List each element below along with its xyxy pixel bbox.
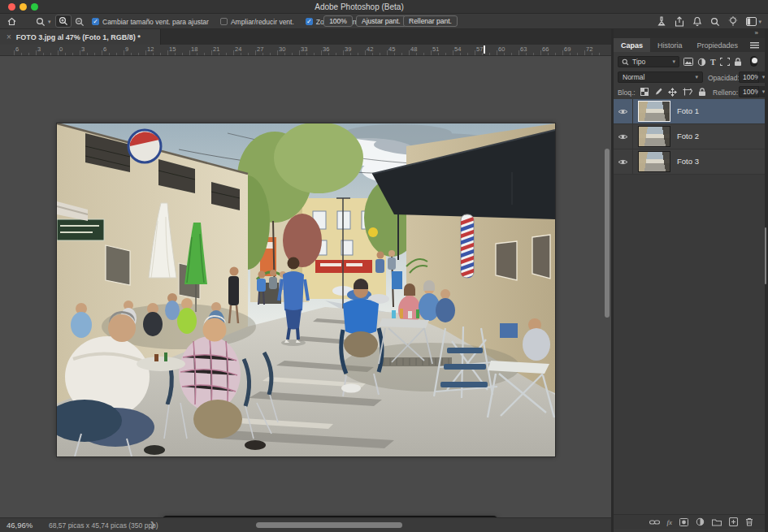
layer-thumbnail[interactable] (638, 151, 670, 172)
fill-value[interactable]: 100% (739, 86, 760, 97)
layer-name[interactable]: Foto 2 (677, 132, 699, 141)
blend-mode-dropdown[interactable]: Normal ▾ (618, 71, 703, 83)
ruler-label: 36 (323, 45, 329, 53)
layer-name[interactable]: Foto 1 (677, 106, 699, 115)
layer-row[interactable]: Foto 3 (614, 149, 765, 175)
layer-style-fx-icon[interactable]: fx (667, 518, 673, 526)
layer-row[interactable]: Foto 2 (614, 124, 765, 149)
tab-propiedades[interactable]: Propiedades (690, 38, 746, 52)
filter-type-text-icon[interactable]: T (710, 58, 716, 67)
ruler-label: 24 (235, 45, 241, 53)
ruler-label: 54 (454, 45, 461, 53)
panel-dock-header: » (614, 29, 765, 38)
horizontal-ruler[interactable]: 6303691215182124273033363942454851545760… (0, 45, 611, 56)
new-group-folder-icon[interactable] (712, 518, 722, 526)
chevron-down-icon: ▾ (48, 19, 51, 25)
close-window-button[interactable] (8, 3, 15, 11)
zoom-window-button[interactable] (31, 3, 38, 11)
ruler-label: 3 (37, 45, 41, 53)
minimize-window-button[interactable] (20, 3, 27, 11)
layer-thumbnail[interactable] (638, 101, 670, 122)
search-icon (622, 58, 629, 66)
ruler-label: 21 (213, 45, 219, 53)
add-mask-icon[interactable] (679, 518, 688, 526)
document-tab-strip: × FOTO 3.jpg al 47% (Foto 1, RGB/8) * (0, 29, 611, 45)
ruler-label: 66 (542, 45, 549, 53)
ruler-label: 57 (476, 45, 483, 53)
lock-all-icon[interactable] (698, 88, 706, 97)
delete-layer-trash-icon[interactable] (745, 517, 753, 526)
beta-flask-icon[interactable] (657, 16, 666, 27)
link-layers-icon[interactable] (649, 519, 660, 526)
lock-transparency-icon[interactable] (640, 88, 649, 96)
lock-position-icon[interactable] (668, 88, 677, 97)
ruler-label: 30 (279, 45, 285, 53)
notifications-bell-icon[interactable] (692, 16, 702, 27)
workspace-switcher[interactable]: ▾ (746, 17, 761, 26)
canvas-workspace[interactable]: Seleccionar sujeto Eliminar fondo Ajusta… (0, 56, 611, 517)
collapse-panels-icon[interactable]: » (755, 29, 758, 37)
ruler-label: 39 (345, 45, 351, 53)
document-tab[interactable]: × FOTO 3.jpg al 47% (Foto 1, RGB/8) * (0, 29, 161, 45)
ruler-label: 60 (498, 45, 505, 53)
layer-name[interactable]: Foto 3 (677, 157, 699, 166)
filter-type-dropdown[interactable]: Tipo ▾ (618, 56, 679, 67)
opacity-value[interactable]: 100% (739, 71, 760, 83)
ruler-label: 15 (169, 45, 176, 53)
vertical-scrollbar[interactable] (605, 149, 610, 318)
filter-image-icon[interactable] (683, 58, 693, 66)
layer-visibility-eye-icon[interactable] (614, 149, 633, 175)
opacity-label: Opacidad: (708, 74, 740, 82)
zoom-100-button[interactable]: 100% (323, 15, 353, 27)
fill-screen-button[interactable]: Rellenar pant. (403, 15, 458, 27)
lock-artboard-icon[interactable] (683, 88, 692, 96)
panel-tabs: Capas Historia Propiedades (614, 38, 765, 52)
panel-menu-icon[interactable] (750, 41, 759, 49)
share-icon[interactable] (675, 16, 684, 27)
new-adjustment-layer-icon[interactable] (696, 517, 705, 526)
ruler-label: 51 (432, 45, 439, 53)
filter-frame-icon[interactable] (720, 58, 730, 66)
status-chevron-icon[interactable]: ❯ (150, 521, 156, 529)
canvas-photo[interactable] (57, 123, 555, 456)
tab-capas[interactable]: Capas (614, 38, 650, 52)
new-layer-icon[interactable] (729, 517, 738, 526)
lock-row: Bloq.: Relleno: 100% ▾ (614, 84, 765, 99)
ruler-label: 27 (257, 45, 263, 53)
zoom-out-tool-button[interactable] (75, 14, 85, 29)
zoom-tool-icon[interactable]: ▾ (36, 14, 51, 29)
home-icon[interactable] (7, 14, 16, 29)
search-icon[interactable] (710, 17, 720, 27)
ruler-label: 42 (367, 45, 373, 53)
layer-visibility-eye-icon[interactable] (614, 124, 633, 149)
discover-lightbulb-icon[interactable] (728, 16, 738, 27)
blend-mode-row: Normal ▾ Opacidad: 100% ▾ (614, 70, 765, 84)
layers-panel: » Capas Historia Propiedades Tipo ▾ T (614, 29, 765, 532)
checkbox-label: Ampliar/reducir vent. (231, 18, 294, 26)
fit-screen-button[interactable]: Ajustar pant. (356, 15, 406, 27)
ruler-label: 6 (15, 45, 19, 53)
checkbox-unchecked-icon[interactable] (220, 18, 228, 25)
horizontal-scrollbar[interactable] (256, 522, 402, 528)
status-zoom-level[interactable]: 46,96% (7, 521, 33, 530)
dock-scroll-indicator (765, 227, 766, 284)
tab-historia[interactable]: Historia (650, 38, 690, 52)
zoom-in-tool-button[interactable] (55, 15, 72, 28)
zoom-all-windows-checkbox[interactable]: Ampliar/reducir vent. (220, 18, 294, 26)
filter-adjustment-icon[interactable] (697, 58, 706, 67)
close-tab-icon[interactable]: × (7, 32, 11, 41)
resize-windows-to-fit-checkbox[interactable]: ✓Cambiar tamaño vent. para ajustar (92, 18, 209, 26)
filter-lock-icon[interactable] (734, 58, 742, 67)
checkbox-checked-icon[interactable]: ✓ (92, 18, 99, 25)
panel-bottom-toolbar: fx (614, 514, 765, 529)
filter-toggle-switch[interactable] (750, 56, 757, 67)
layer-row[interactable]: Foto 1 (614, 99, 765, 124)
document-tab-title: FOTO 3.jpg al 47% (Foto 1, RGB/8) * (16, 33, 141, 41)
layer-visibility-eye-icon[interactable] (614, 99, 633, 124)
ruler-label: 12 (147, 45, 154, 53)
ruler-label: 0 (59, 45, 63, 53)
checkbox-checked-icon[interactable]: ✓ (306, 18, 313, 25)
lock-pixels-brush-icon[interactable] (654, 88, 662, 97)
layer-thumbnail[interactable] (638, 126, 670, 147)
ruler-label: 3 (81, 45, 85, 53)
